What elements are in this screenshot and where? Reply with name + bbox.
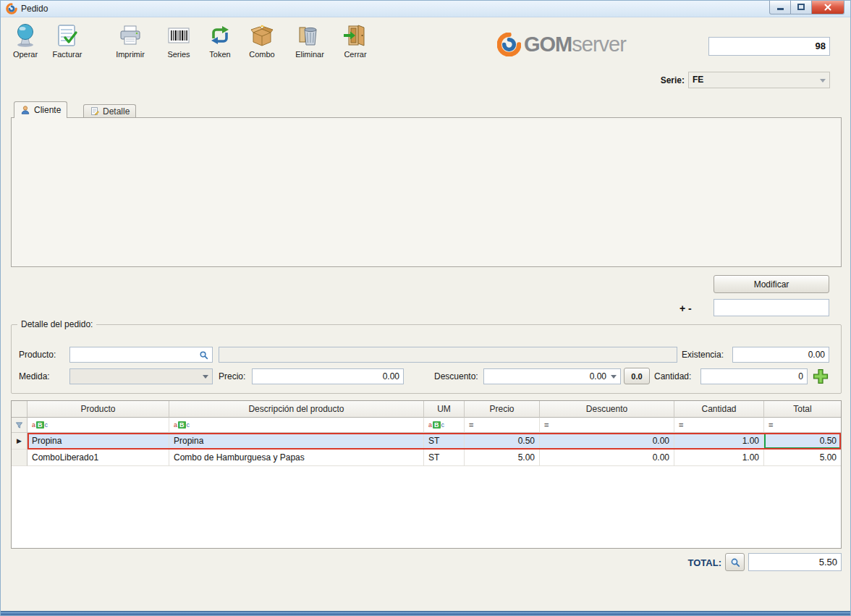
- tab-detalle[interactable]: Detalle: [83, 104, 136, 117]
- logo-text-server: server: [572, 33, 626, 56]
- adjust-amount-field[interactable]: [714, 299, 829, 316]
- cell-descripcion[interactable]: Combo de Hamburguesa y Papas: [169, 450, 424, 466]
- tab-cliente[interactable]: Cliente: [14, 101, 67, 118]
- grid-empty-area: [12, 466, 841, 548]
- gomserver-logo: GOMserver: [497, 33, 626, 56]
- maximize-button[interactable]: [791, 1, 812, 14]
- cell-total-focused[interactable]: 0.50: [764, 433, 841, 450]
- logo-text-gom: GOM: [524, 33, 572, 56]
- cell-descuento[interactable]: 0.00: [540, 450, 674, 466]
- tab-cliente-label: Cliente: [34, 105, 61, 115]
- medida-dropdown-arrow-icon[interactable]: [200, 370, 211, 383]
- column-header-cantidad[interactable]: Cantidad: [674, 401, 764, 418]
- cell-cantidad[interactable]: 1.00: [674, 450, 764, 466]
- producto-search-icon[interactable]: [199, 350, 208, 360]
- existencia-label: Existencia:: [682, 347, 724, 363]
- cliente-tab-panel: [11, 117, 842, 267]
- facturar-check-document-icon: [55, 23, 80, 48]
- grid-row-propina[interactable]: ▶ Propina Propina ST 0.50 0.00 1.00 0.50: [12, 433, 841, 450]
- cell-producto[interactable]: Propina: [27, 433, 169, 450]
- precio-field[interactable]: 0.00: [252, 368, 404, 384]
- cell-precio[interactable]: 5.00: [465, 450, 540, 466]
- combo-button[interactable]: Combo: [241, 20, 283, 75]
- filter-cell-descripcion[interactable]: aBc: [169, 418, 424, 433]
- filter-cell-cantidad[interactable]: =: [674, 418, 764, 433]
- pedido-window: Pedido Operar Facturar: [0, 0, 851, 616]
- row-indicator: [12, 450, 27, 466]
- cell-um[interactable]: ST: [424, 450, 465, 466]
- series-button[interactable]: Series: [158, 20, 199, 75]
- filter-cell-producto[interactable]: aBc: [27, 418, 169, 433]
- titlebar: Pedido: [1, 1, 850, 17]
- grid-corner-cell: [12, 401, 27, 418]
- minimize-icon: [777, 8, 784, 10]
- medida-label: Medida:: [19, 368, 50, 384]
- serie-dropdown-arrow-icon[interactable]: [817, 73, 829, 87]
- detalle-pedido-groupbox: Detalle del pedido: Producto: Existencia…: [11, 324, 842, 394]
- grid-header-row: Producto Descripción del producto UM Pre…: [12, 401, 841, 418]
- descuento-dropdown-arrow-icon[interactable]: [608, 370, 619, 383]
- serie-label: Serie:: [651, 72, 685, 88]
- serie-value: FE: [693, 75, 703, 85]
- column-header-total[interactable]: Total: [764, 401, 841, 418]
- imprimir-button[interactable]: Imprimir: [108, 20, 153, 75]
- facturar-button[interactable]: Facturar: [46, 20, 89, 75]
- grid-row-comboliberado1[interactable]: ComboLiberado1 Combo de Hamburguesa y Pa…: [12, 450, 841, 466]
- cantidad-label: Cantidad:: [654, 368, 691, 384]
- window-title: Pedido: [21, 4, 48, 14]
- window-controls: [769, 1, 844, 14]
- producto-label: Producto:: [19, 347, 56, 363]
- maximize-icon: [797, 4, 805, 10]
- trash-bin-icon: [297, 23, 322, 48]
- medida-dropdown[interactable]: [69, 368, 213, 384]
- column-header-descuento[interactable]: Descuento: [540, 401, 674, 418]
- cell-cantidad[interactable]: 1.00: [674, 433, 764, 450]
- close-button[interactable]: [812, 1, 844, 14]
- filter-cell-precio[interactable]: =: [465, 418, 540, 433]
- exit-door-icon: [343, 23, 368, 48]
- filter-cell-descuento[interactable]: =: [540, 418, 674, 433]
- current-row-arrow-icon: ▶: [17, 437, 22, 444]
- close-icon: [824, 3, 832, 12]
- serie-dropdown[interactable]: FE: [688, 72, 830, 88]
- existencia-field: 0.00: [732, 347, 829, 363]
- cell-descuento[interactable]: 0.00: [540, 433, 674, 450]
- operar-orb-icon: [13, 23, 38, 48]
- column-header-precio[interactable]: Precio: [465, 401, 540, 418]
- cell-precio[interactable]: 0.50: [465, 433, 540, 450]
- cerrar-button[interactable]: Cerrar: [335, 20, 376, 75]
- cell-descripcion[interactable]: Propina: [169, 433, 424, 450]
- total-search-button[interactable]: [725, 553, 745, 571]
- person-icon: [20, 105, 30, 115]
- cell-um[interactable]: ST: [424, 433, 465, 450]
- minimize-button[interactable]: [769, 1, 791, 14]
- barcode-icon: [166, 23, 191, 48]
- descuento-dropdown[interactable]: 0.00: [483, 368, 621, 384]
- eliminar-button[interactable]: Eliminar: [287, 20, 332, 75]
- operar-button[interactable]: Operar: [5, 20, 46, 75]
- box-icon: [250, 23, 274, 48]
- column-header-um[interactable]: UM: [424, 401, 465, 418]
- order-number-field[interactable]: 98: [708, 37, 830, 56]
- app-swirl-icon: [6, 3, 17, 14]
- token-button[interactable]: Token: [200, 20, 240, 75]
- modificar-button[interactable]: Modificar: [714, 275, 829, 293]
- filter-cell-um[interactable]: aBc: [424, 418, 465, 433]
- cantidad-field[interactable]: 0: [700, 368, 808, 384]
- cell-total[interactable]: 5.00: [764, 450, 841, 466]
- cell-producto[interactable]: ComboLiberado1: [27, 450, 169, 466]
- detail-page-icon: [90, 106, 99, 116]
- descuento-value: 0.00: [590, 371, 606, 381]
- total-label: TOTAL:: [652, 555, 721, 571]
- descuento-porcentaje-button[interactable]: 0.0: [624, 368, 650, 384]
- total-search-icon: [730, 557, 740, 568]
- tab-detalle-label: Detalle: [103, 106, 130, 117]
- column-header-descripcion[interactable]: Descripción del producto: [169, 401, 424, 418]
- producto-descripcion-field: [219, 347, 677, 363]
- filter-cell-total[interactable]: =: [764, 418, 841, 433]
- precio-label: Precio:: [219, 368, 245, 384]
- filter-funnel-icon: [15, 421, 23, 429]
- producto-code-field[interactable]: [69, 347, 213, 363]
- column-header-producto[interactable]: Producto: [27, 401, 169, 418]
- agregar-producto-button[interactable]: [812, 368, 830, 385]
